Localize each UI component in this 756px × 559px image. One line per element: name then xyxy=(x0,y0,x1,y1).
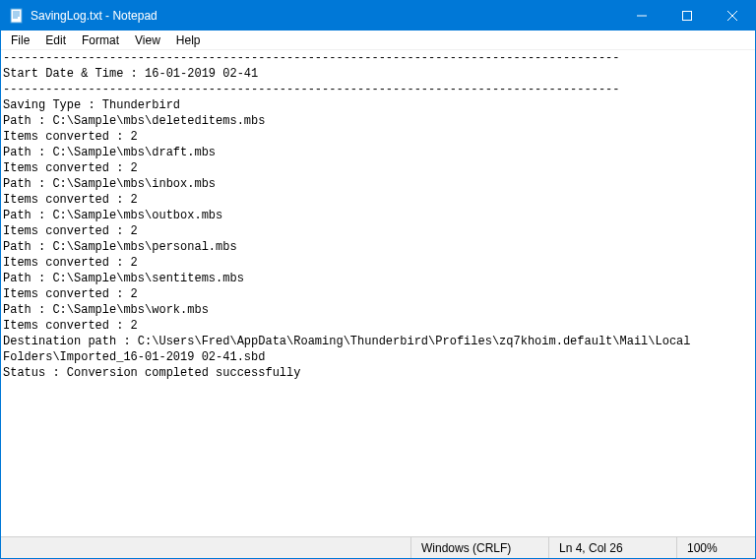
notepad-icon xyxy=(9,8,25,24)
maximize-button[interactable] xyxy=(664,1,710,31)
svg-rect-6 xyxy=(683,12,692,21)
menu-edit[interactable]: Edit xyxy=(37,31,74,49)
text-area-scroll[interactable]: ----------------------------------------… xyxy=(1,50,755,536)
status-spacer xyxy=(1,537,410,558)
minimize-button[interactable] xyxy=(619,1,664,31)
menu-view[interactable]: View xyxy=(127,31,168,49)
menu-format[interactable]: Format xyxy=(74,31,127,49)
menu-help[interactable]: Help xyxy=(168,31,209,49)
statusbar: Windows (CRLF) Ln 4, Col 26 100% xyxy=(1,536,755,558)
titlebar[interactable]: SavingLog.txt - Notepad xyxy=(1,1,755,31)
menubar: File Edit Format View Help xyxy=(1,31,755,50)
text-editor[interactable]: ----------------------------------------… xyxy=(1,50,755,536)
status-zoom: 100% xyxy=(676,537,755,558)
status-cursor-position: Ln 4, Col 26 xyxy=(548,537,676,558)
status-line-ending: Windows (CRLF) xyxy=(410,537,548,558)
close-button[interactable] xyxy=(710,1,755,31)
window-title: SavingLog.txt - Notepad xyxy=(31,9,158,23)
window-controls xyxy=(619,1,755,31)
menu-file[interactable]: File xyxy=(3,31,37,49)
